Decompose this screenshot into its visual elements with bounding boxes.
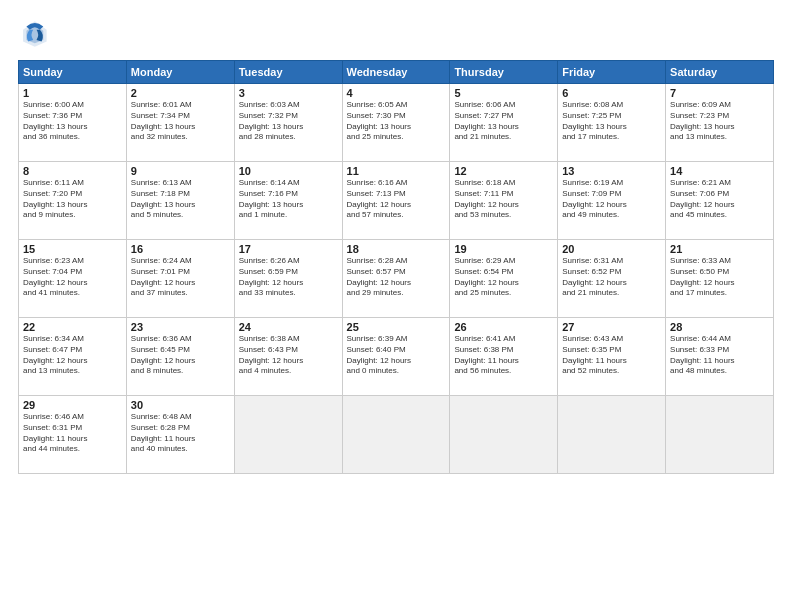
calendar-cell: 16Sunrise: 6:24 AMSunset: 7:01 PMDayligh…: [126, 240, 234, 318]
calendar-cell: 30Sunrise: 6:48 AMSunset: 6:28 PMDayligh…: [126, 396, 234, 474]
calendar-cell: 5Sunrise: 6:06 AMSunset: 7:27 PMDaylight…: [450, 84, 558, 162]
calendar-cell: 28Sunrise: 6:44 AMSunset: 6:33 PMDayligh…: [666, 318, 774, 396]
day-info: Sunrise: 6:31 AMSunset: 6:52 PMDaylight:…: [562, 256, 661, 299]
day-number: 12: [454, 165, 553, 177]
calendar-cell: 8Sunrise: 6:11 AMSunset: 7:20 PMDaylight…: [19, 162, 127, 240]
day-info: Sunrise: 6:18 AMSunset: 7:11 PMDaylight:…: [454, 178, 553, 221]
day-number: 19: [454, 243, 553, 255]
calendar-table: SundayMondayTuesdayWednesdayThursdayFrid…: [18, 60, 774, 474]
calendar-cell: 25Sunrise: 6:39 AMSunset: 6:40 PMDayligh…: [342, 318, 450, 396]
column-header-tuesday: Tuesday: [234, 61, 342, 84]
day-info: Sunrise: 6:14 AMSunset: 7:16 PMDaylight:…: [239, 178, 338, 221]
day-info: Sunrise: 6:36 AMSunset: 6:45 PMDaylight:…: [131, 334, 230, 377]
header: [18, 18, 774, 50]
day-info: Sunrise: 6:39 AMSunset: 6:40 PMDaylight:…: [347, 334, 446, 377]
day-info: Sunrise: 6:19 AMSunset: 7:09 PMDaylight:…: [562, 178, 661, 221]
day-number: 10: [239, 165, 338, 177]
day-number: 29: [23, 399, 122, 411]
day-info: Sunrise: 6:44 AMSunset: 6:33 PMDaylight:…: [670, 334, 769, 377]
day-number: 1: [23, 87, 122, 99]
calendar-cell: 11Sunrise: 6:16 AMSunset: 7:13 PMDayligh…: [342, 162, 450, 240]
day-info: Sunrise: 6:05 AMSunset: 7:30 PMDaylight:…: [347, 100, 446, 143]
calendar-cell: 10Sunrise: 6:14 AMSunset: 7:16 PMDayligh…: [234, 162, 342, 240]
calendar-cell: 27Sunrise: 6:43 AMSunset: 6:35 PMDayligh…: [558, 318, 666, 396]
day-info: Sunrise: 6:29 AMSunset: 6:54 PMDaylight:…: [454, 256, 553, 299]
calendar-cell: 2Sunrise: 6:01 AMSunset: 7:34 PMDaylight…: [126, 84, 234, 162]
day-info: Sunrise: 6:24 AMSunset: 7:01 PMDaylight:…: [131, 256, 230, 299]
day-number: 17: [239, 243, 338, 255]
day-number: 18: [347, 243, 446, 255]
day-info: Sunrise: 6:16 AMSunset: 7:13 PMDaylight:…: [347, 178, 446, 221]
day-number: 4: [347, 87, 446, 99]
calendar-cell: [666, 396, 774, 474]
calendar-cell: 7Sunrise: 6:09 AMSunset: 7:23 PMDaylight…: [666, 84, 774, 162]
day-info: Sunrise: 6:48 AMSunset: 6:28 PMDaylight:…: [131, 412, 230, 455]
calendar-cell: 3Sunrise: 6:03 AMSunset: 7:32 PMDaylight…: [234, 84, 342, 162]
day-number: 3: [239, 87, 338, 99]
logo-icon: [18, 18, 50, 50]
calendar-header-row: SundayMondayTuesdayWednesdayThursdayFrid…: [19, 61, 774, 84]
day-number: 5: [454, 87, 553, 99]
calendar-cell: 29Sunrise: 6:46 AMSunset: 6:31 PMDayligh…: [19, 396, 127, 474]
day-number: 16: [131, 243, 230, 255]
column-header-sunday: Sunday: [19, 61, 127, 84]
day-number: 21: [670, 243, 769, 255]
day-info: Sunrise: 6:13 AMSunset: 7:18 PMDaylight:…: [131, 178, 230, 221]
day-info: Sunrise: 6:08 AMSunset: 7:25 PMDaylight:…: [562, 100, 661, 143]
day-number: 27: [562, 321, 661, 333]
calendar-cell: 19Sunrise: 6:29 AMSunset: 6:54 PMDayligh…: [450, 240, 558, 318]
calendar-cell: [450, 396, 558, 474]
calendar-cell: 22Sunrise: 6:34 AMSunset: 6:47 PMDayligh…: [19, 318, 127, 396]
calendar-cell: 26Sunrise: 6:41 AMSunset: 6:38 PMDayligh…: [450, 318, 558, 396]
day-info: Sunrise: 6:09 AMSunset: 7:23 PMDaylight:…: [670, 100, 769, 143]
calendar-cell: 24Sunrise: 6:38 AMSunset: 6:43 PMDayligh…: [234, 318, 342, 396]
day-info: Sunrise: 6:01 AMSunset: 7:34 PMDaylight:…: [131, 100, 230, 143]
day-number: 11: [347, 165, 446, 177]
day-info: Sunrise: 6:00 AMSunset: 7:36 PMDaylight:…: [23, 100, 122, 143]
column-header-wednesday: Wednesday: [342, 61, 450, 84]
day-number: 15: [23, 243, 122, 255]
day-number: 14: [670, 165, 769, 177]
day-number: 30: [131, 399, 230, 411]
calendar-cell: 17Sunrise: 6:26 AMSunset: 6:59 PMDayligh…: [234, 240, 342, 318]
calendar-cell: 13Sunrise: 6:19 AMSunset: 7:09 PMDayligh…: [558, 162, 666, 240]
column-header-saturday: Saturday: [666, 61, 774, 84]
column-header-monday: Monday: [126, 61, 234, 84]
column-header-friday: Friday: [558, 61, 666, 84]
calendar-week-row: 1Sunrise: 6:00 AMSunset: 7:36 PMDaylight…: [19, 84, 774, 162]
calendar-week-row: 29Sunrise: 6:46 AMSunset: 6:31 PMDayligh…: [19, 396, 774, 474]
calendar-cell: 15Sunrise: 6:23 AMSunset: 7:04 PMDayligh…: [19, 240, 127, 318]
calendar-week-row: 8Sunrise: 6:11 AMSunset: 7:20 PMDaylight…: [19, 162, 774, 240]
day-info: Sunrise: 6:46 AMSunset: 6:31 PMDaylight:…: [23, 412, 122, 455]
day-number: 22: [23, 321, 122, 333]
day-number: 23: [131, 321, 230, 333]
day-number: 8: [23, 165, 122, 177]
calendar-cell: [342, 396, 450, 474]
calendar-cell: [558, 396, 666, 474]
day-info: Sunrise: 6:03 AMSunset: 7:32 PMDaylight:…: [239, 100, 338, 143]
logo: [18, 18, 54, 50]
day-number: 6: [562, 87, 661, 99]
calendar-cell: [234, 396, 342, 474]
day-info: Sunrise: 6:06 AMSunset: 7:27 PMDaylight:…: [454, 100, 553, 143]
calendar-cell: 1Sunrise: 6:00 AMSunset: 7:36 PMDaylight…: [19, 84, 127, 162]
calendar-cell: 12Sunrise: 6:18 AMSunset: 7:11 PMDayligh…: [450, 162, 558, 240]
day-number: 28: [670, 321, 769, 333]
day-number: 26: [454, 321, 553, 333]
calendar-week-row: 22Sunrise: 6:34 AMSunset: 6:47 PMDayligh…: [19, 318, 774, 396]
day-number: 25: [347, 321, 446, 333]
calendar-cell: 9Sunrise: 6:13 AMSunset: 7:18 PMDaylight…: [126, 162, 234, 240]
day-info: Sunrise: 6:34 AMSunset: 6:47 PMDaylight:…: [23, 334, 122, 377]
page: SundayMondayTuesdayWednesdayThursdayFrid…: [0, 0, 792, 612]
day-info: Sunrise: 6:21 AMSunset: 7:06 PMDaylight:…: [670, 178, 769, 221]
day-number: 7: [670, 87, 769, 99]
day-info: Sunrise: 6:28 AMSunset: 6:57 PMDaylight:…: [347, 256, 446, 299]
day-info: Sunrise: 6:23 AMSunset: 7:04 PMDaylight:…: [23, 256, 122, 299]
day-info: Sunrise: 6:11 AMSunset: 7:20 PMDaylight:…: [23, 178, 122, 221]
day-number: 24: [239, 321, 338, 333]
calendar-cell: 6Sunrise: 6:08 AMSunset: 7:25 PMDaylight…: [558, 84, 666, 162]
day-info: Sunrise: 6:26 AMSunset: 6:59 PMDaylight:…: [239, 256, 338, 299]
day-info: Sunrise: 6:43 AMSunset: 6:35 PMDaylight:…: [562, 334, 661, 377]
day-info: Sunrise: 6:41 AMSunset: 6:38 PMDaylight:…: [454, 334, 553, 377]
day-info: Sunrise: 6:38 AMSunset: 6:43 PMDaylight:…: [239, 334, 338, 377]
